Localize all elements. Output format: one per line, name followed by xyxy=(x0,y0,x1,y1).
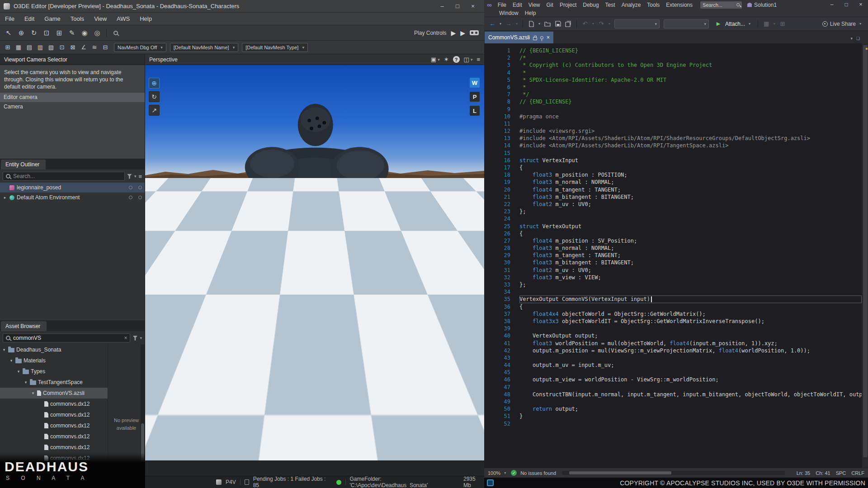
code-line-26[interactable]: 26{ xyxy=(484,230,868,237)
row-view-icon[interactable]: ▤ xyxy=(24,43,34,52)
vs-menu-file[interactable]: File xyxy=(495,2,509,8)
asset-tree-item-commonvs-dx12[interactable]: commonvs.dx12 xyxy=(0,431,108,442)
world-tool-icon[interactable]: ◎ xyxy=(91,28,103,38)
entity-row-legionnaire-posed[interactable]: legionnaire_posed xyxy=(0,183,145,192)
knight-character[interactable] xyxy=(170,98,452,450)
o3de-titlebar[interactable]: O3DE Editor [Developer Preview] - Deadha… xyxy=(0,0,484,13)
expander-icon[interactable]: ▾ xyxy=(24,380,28,385)
play-button[interactable]: ▶ xyxy=(451,29,456,37)
pin-icon[interactable] xyxy=(540,36,543,39)
close-button[interactable]: × xyxy=(465,1,481,12)
code-line-44[interactable]: 44 output.m_uv = input.m_uv; xyxy=(484,361,868,369)
vs-menu-window[interactable]: Window xyxy=(496,10,522,16)
navmesh-type-dropdown[interactable]: [Default NavMesh Type] ▾ xyxy=(242,43,308,52)
filter-icon[interactable] xyxy=(132,336,137,341)
o3de-menu-view[interactable]: View xyxy=(89,15,112,22)
code-line-40[interactable]: 40 VertexOutput output; xyxy=(484,332,868,339)
viewport-badge-w[interactable]: W xyxy=(470,78,480,88)
code-line-11[interactable]: 11 xyxy=(484,120,868,127)
asset-tree-item-testtangentspace[interactable]: ▾TestTangentSpace xyxy=(0,377,108,388)
o3de-menu-aws[interactable]: AWS xyxy=(112,15,135,22)
paint-tool-icon[interactable]: ✎ xyxy=(66,28,78,38)
code-line-2[interactable]: 2/* xyxy=(484,54,868,61)
caret-down-icon[interactable]: ▾ xyxy=(537,22,542,26)
diagonal-view-icon[interactable]: ▧ xyxy=(46,43,56,52)
vs-menu-help[interactable]: Help xyxy=(522,10,539,16)
jobs-status[interactable]: Pending Jobs : 1 Failed Jobs : 85 xyxy=(253,476,332,488)
viewport-badge-p[interactable]: P xyxy=(470,92,480,102)
angle-snap-icon[interactable]: ∠ xyxy=(79,43,89,52)
vs-menu-edit[interactable]: Edit xyxy=(509,2,525,8)
code-line-16[interactable]: 16struct VertexInput xyxy=(484,157,868,164)
asset-tree-item-deadhaus-sonata[interactable]: ▾Deadhaus_Sonata xyxy=(0,344,108,355)
vr-mode-icon[interactable] xyxy=(470,30,479,35)
code-line-8[interactable]: 8// {END_LICENSE} xyxy=(484,98,868,105)
code-line-1[interactable]: 1// {BEGIN_LICENSE} xyxy=(484,47,868,54)
visibility-toggle[interactable] xyxy=(129,186,132,189)
code-line-3[interactable]: 3 * Copyright (c) Contributors to the Op… xyxy=(484,61,868,69)
expander-icon[interactable]: ▾ xyxy=(31,391,35,395)
camera-item-editor-camera[interactable]: Editor camera xyxy=(0,93,145,102)
vs-menu-test[interactable]: Test xyxy=(602,2,618,8)
code-line-38[interactable]: 38 float3x3 objectToWorldIT = ObjectSrg:… xyxy=(484,318,868,325)
code-line-39[interactable]: 39 xyxy=(484,325,868,332)
navmesh-name-dropdown[interactable]: [Default NavMesh Name] ▾ xyxy=(170,43,238,52)
o3de-menu-edit[interactable]: Edit xyxy=(19,15,39,22)
expander-icon[interactable]: ▸ xyxy=(3,195,7,200)
clear-search-icon[interactable]: × xyxy=(124,335,127,341)
build-icon[interactable]: ▦ xyxy=(762,19,771,29)
code-line-7[interactable]: 7 */ xyxy=(484,91,868,98)
zoom-tool-icon[interactable] xyxy=(110,28,122,38)
lock-toggle[interactable] xyxy=(138,196,142,199)
vs-menu-view[interactable]: View xyxy=(525,2,543,8)
code-line-49[interactable]: 49 xyxy=(484,398,868,405)
code-line-46[interactable]: 46 output.m_view = worldPosition - ViewS… xyxy=(484,376,868,383)
entity-row-default-atom-environment[interactable]: ▸Default Atom Environment xyxy=(0,192,145,202)
move-tool-icon[interactable]: ⊕ xyxy=(15,28,27,38)
code-line-24[interactable]: 24 xyxy=(484,215,868,222)
o3de-menu-file[interactable]: File xyxy=(0,15,19,22)
code-line-18[interactable]: 18 float3 m_position : POSITION; xyxy=(484,171,868,178)
vs-menu-debug[interactable]: Debug xyxy=(580,2,602,8)
camera-item-camera[interactable]: Camera xyxy=(0,102,145,112)
code-line-13[interactable]: 13#include <Atom/RPI/Assets/ShaderLib/At… xyxy=(484,135,868,142)
asset-tree-item-commonvs-dx12[interactable]: commonvs.dx12 xyxy=(0,409,108,420)
layout-icon[interactable]: ◫▾ xyxy=(464,56,473,63)
code-line-42[interactable]: 42 output.m_position = mul(ViewSrg::m_vi… xyxy=(484,347,868,354)
tab-list-icon[interactable]: ▾ xyxy=(850,36,853,41)
rotate-gizmo-button[interactable]: ↻ xyxy=(149,91,160,102)
editor-horizontal-scrollbar[interactable] xyxy=(562,471,785,475)
new-file-icon[interactable] xyxy=(527,19,536,29)
o3de-menu-game[interactable]: Game xyxy=(39,15,65,22)
caret-down-icon[interactable]: ▾ xyxy=(498,22,503,26)
vs-menu-project[interactable]: Project xyxy=(557,2,580,8)
o3de-menu-help[interactable]: Help xyxy=(135,15,157,22)
code-line-14[interactable]: 14#include <Atom/RPI/Assets/ShaderLib/At… xyxy=(484,142,868,149)
code-line-15[interactable]: 15 xyxy=(484,150,868,157)
code-line-12[interactable]: 12#include <viewsrg.srgi> xyxy=(484,127,868,135)
play-game-button[interactable]: ▶ xyxy=(460,29,465,37)
expander-icon[interactable]: ▾ xyxy=(9,358,14,363)
code-line-41[interactable]: 41 float3 worldPosition = mul(objectToWo… xyxy=(484,340,868,347)
platform-dropdown[interactable]: ▾ xyxy=(664,19,709,28)
code-line-23[interactable]: 23}; xyxy=(484,208,868,215)
viewport-badge-l[interactable]: L xyxy=(470,106,480,116)
scrollbar-thumb[interactable] xyxy=(569,471,671,474)
p4v-label[interactable]: P4V xyxy=(226,479,236,485)
menu-icon[interactable]: ≡ xyxy=(138,173,142,180)
scale-gizmo-button[interactable]: ↗ xyxy=(149,105,160,116)
code-editor[interactable]: 1// {BEGIN_LICENSE}2/*3 * Copyright (c) … xyxy=(484,43,868,468)
code-line-32[interactable]: 32 float3 m_view : VIEW; xyxy=(484,274,868,281)
asset-tree-item-materials[interactable]: ▾Materials xyxy=(0,355,108,366)
maximize-button[interactable]: □ xyxy=(839,0,854,9)
code-line-19[interactable]: 19 float3 m_normal : NORMAL; xyxy=(484,178,868,186)
minimize-button[interactable]: – xyxy=(825,0,839,9)
visibility-toggle[interactable] xyxy=(129,196,132,199)
code-line-50[interactable]: 50 return output; xyxy=(484,405,868,413)
open-folder-icon[interactable] xyxy=(543,19,552,29)
close-button[interactable]: × xyxy=(854,0,868,9)
code-line-43[interactable]: 43 xyxy=(484,354,868,361)
vs-menu-analyze[interactable]: Analyze xyxy=(618,2,644,8)
vs-titlebar[interactable]: ∞ FileEditViewGitProjectDebugTestAnalyze… xyxy=(484,0,868,17)
scale-tool-icon[interactable]: ⊡ xyxy=(41,28,52,38)
